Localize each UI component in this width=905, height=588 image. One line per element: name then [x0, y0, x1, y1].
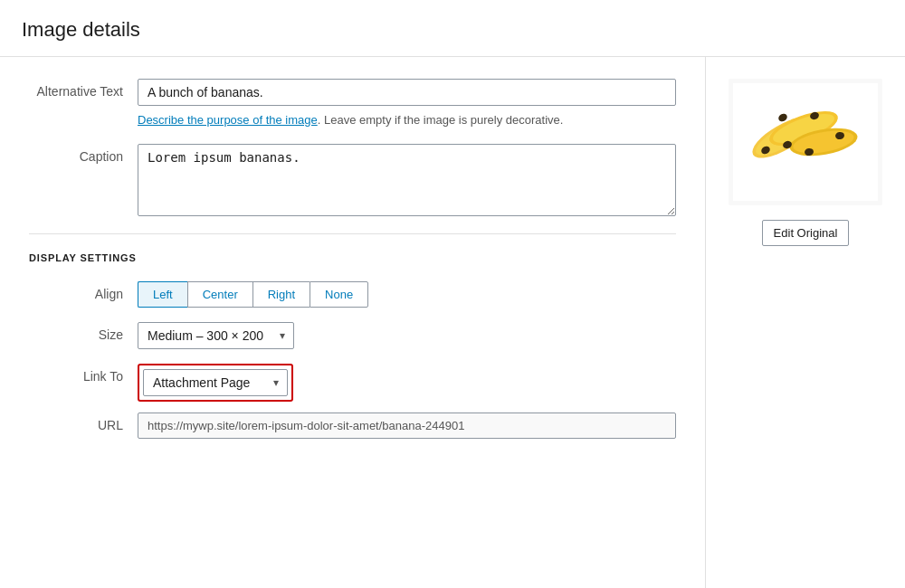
url-label: URL: [29, 413, 138, 432]
alt-text-helper: Describe the purpose of the image. Leave…: [138, 111, 676, 129]
caption-label: Caption: [29, 144, 138, 164]
helper-link[interactable]: Describe the purpose of the image: [138, 113, 318, 127]
size-select-wrapper: Thumbnail Medium – 300 × 200 Large Full …: [138, 322, 294, 349]
preview-buttons: Edit Original: [762, 220, 850, 246]
url-input[interactable]: [138, 413, 676, 439]
align-right-button[interactable]: Right: [252, 281, 310, 308]
link-to-highlight: None Media File Attachment Page Custom U…: [138, 364, 293, 402]
edit-original-button[interactable]: Edit Original: [762, 220, 850, 246]
align-label: Align: [29, 281, 138, 301]
display-settings-heading: DISPLAY SETTINGS: [29, 252, 676, 263]
caption-input[interactable]: Lorem ipsum bananas.: [138, 144, 676, 216]
size-label: Size: [29, 322, 138, 342]
right-panel: Edit Original: [706, 57, 905, 588]
section-divider: [29, 233, 676, 234]
dialog-title: Image details: [22, 18, 883, 42]
size-select[interactable]: Thumbnail Medium – 300 × 200 Large Full …: [138, 322, 294, 349]
banana-image: [733, 83, 878, 201]
align-left-button[interactable]: Left: [138, 281, 187, 308]
link-to-select-wrapper: None Media File Attachment Page Custom U…: [143, 369, 288, 396]
align-center-button[interactable]: Center: [187, 281, 252, 308]
alt-text-input[interactable]: [138, 79, 676, 106]
link-to-label: Link To: [29, 364, 138, 384]
align-none-button[interactable]: None: [310, 281, 368, 308]
alt-text-label: Alternative Text: [29, 79, 138, 99]
align-button-group: Left Center Right None: [138, 281, 676, 308]
link-to-select[interactable]: None Media File Attachment Page Custom U…: [143, 369, 288, 396]
image-preview: [729, 79, 882, 205]
